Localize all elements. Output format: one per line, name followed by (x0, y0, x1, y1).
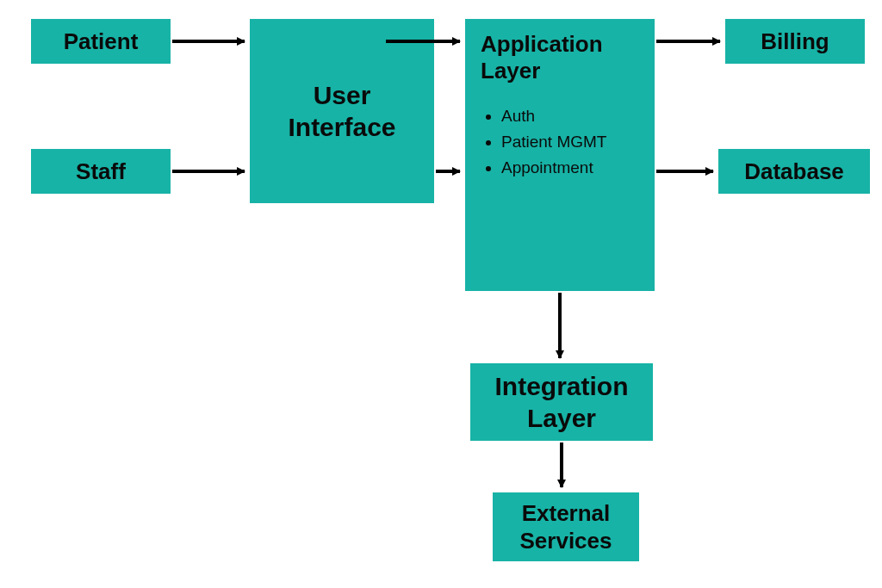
application-layer-items: Auth Patient MGMT Appointment (481, 107, 639, 177)
application-layer-box: Application Layer Auth Patient MGMT Appo… (465, 19, 655, 291)
database-label: Database (744, 158, 844, 186)
application-layer-title: Application Layer (481, 31, 639, 84)
user-interface-box: User Interface (250, 19, 434, 203)
patient-box: Patient (31, 19, 171, 64)
user-interface-label: User Interface (288, 79, 395, 144)
app-item: Appointment (501, 158, 639, 177)
staff-label: Staff (76, 158, 126, 186)
billing-box: Billing (725, 19, 865, 64)
external-services-box: External Services (493, 492, 639, 561)
database-box: Database (718, 149, 870, 194)
integration-layer-label: Integration Layer (495, 370, 629, 435)
staff-box: Staff (31, 149, 171, 194)
integration-layer-box: Integration Layer (470, 363, 653, 441)
billing-label: Billing (761, 28, 829, 56)
external-services-label: External Services (520, 499, 612, 555)
arrows-layer (0, 0, 882, 588)
patient-label: Patient (64, 28, 139, 56)
app-item: Patient MGMT (501, 133, 639, 152)
app-item: Auth (501, 107, 639, 126)
